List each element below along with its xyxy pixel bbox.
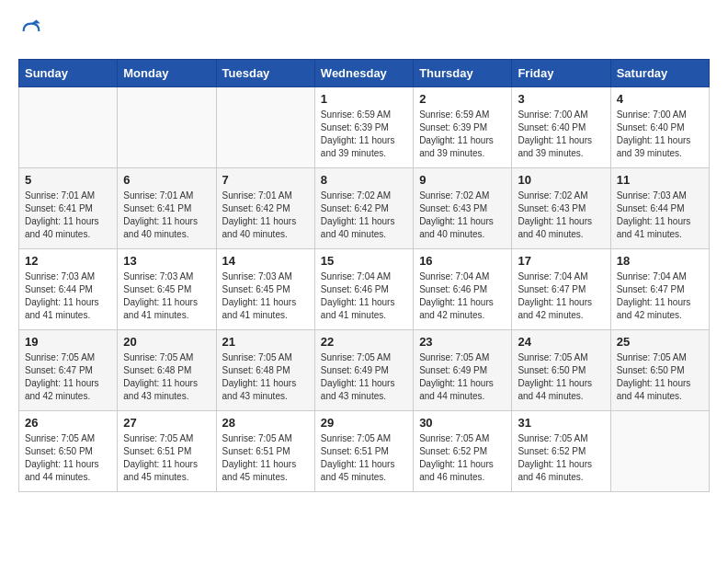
calendar-cell: 13Sunrise: 7:03 AM Sunset: 6:45 PM Dayli… (118, 249, 216, 330)
day-number: 5 (25, 173, 111, 187)
day-header-wednesday: Wednesday (314, 60, 413, 87)
day-info: Sunrise: 7:05 AM Sunset: 6:51 PM Dayligh… (123, 432, 210, 484)
calendar-cell (118, 87, 216, 168)
page-header (18, 18, 710, 44)
day-info: Sunrise: 7:03 AM Sunset: 6:44 PM Dayligh… (25, 270, 111, 322)
day-info: Sunrise: 7:03 AM Sunset: 6:45 PM Dayligh… (222, 270, 309, 322)
day-number: 24 (518, 335, 604, 349)
day-number: 17 (518, 254, 604, 268)
week-row-5: 26Sunrise: 7:05 AM Sunset: 6:50 PM Dayli… (19, 411, 710, 492)
calendar-cell: 5Sunrise: 7:01 AM Sunset: 6:41 PM Daylig… (19, 168, 118, 249)
day-number: 6 (123, 173, 210, 187)
day-number: 11 (617, 173, 703, 187)
day-info: Sunrise: 7:05 AM Sunset: 6:50 PM Dayligh… (518, 351, 604, 403)
day-header-friday: Friday (512, 60, 610, 87)
calendar-cell: 22Sunrise: 7:05 AM Sunset: 6:49 PM Dayli… (314, 330, 413, 411)
calendar-body: 1Sunrise: 6:59 AM Sunset: 6:39 PM Daylig… (19, 87, 710, 492)
day-number: 22 (321, 335, 407, 349)
day-number: 8 (321, 173, 407, 187)
calendar-cell: 31Sunrise: 7:05 AM Sunset: 6:52 PM Dayli… (512, 411, 610, 492)
day-number: 16 (419, 254, 506, 268)
calendar-cell: 21Sunrise: 7:05 AM Sunset: 6:48 PM Dayli… (216, 330, 314, 411)
day-number: 20 (123, 335, 210, 349)
calendar-table: SundayMondayTuesdayWednesdayThursdayFrid… (18, 59, 710, 492)
calendar-cell: 7Sunrise: 7:01 AM Sunset: 6:42 PM Daylig… (216, 168, 314, 249)
calendar-cell (19, 87, 118, 168)
calendar-cell: 4Sunrise: 7:00 AM Sunset: 6:40 PM Daylig… (610, 87, 709, 168)
calendar-cell: 20Sunrise: 7:05 AM Sunset: 6:48 PM Dayli… (118, 330, 216, 411)
day-info: Sunrise: 7:05 AM Sunset: 6:52 PM Dayligh… (419, 432, 506, 484)
day-info: Sunrise: 7:05 AM Sunset: 6:49 PM Dayligh… (321, 351, 407, 403)
calendar-cell: 11Sunrise: 7:03 AM Sunset: 6:44 PM Dayli… (610, 168, 709, 249)
logo (18, 18, 48, 44)
calendar-cell: 17Sunrise: 7:04 AM Sunset: 6:47 PM Dayli… (512, 249, 610, 330)
day-info: Sunrise: 6:59 AM Sunset: 6:39 PM Dayligh… (321, 109, 407, 160)
day-header-tuesday: Tuesday (216, 60, 314, 87)
calendar-cell: 9Sunrise: 7:02 AM Sunset: 6:43 PM Daylig… (414, 168, 512, 249)
day-number: 4 (617, 92, 703, 106)
calendar-cell: 12Sunrise: 7:03 AM Sunset: 6:44 PM Dayli… (19, 249, 118, 330)
day-number: 15 (321, 254, 407, 268)
day-number: 27 (123, 416, 210, 430)
day-info: Sunrise: 7:03 AM Sunset: 6:44 PM Dayligh… (617, 190, 703, 241)
day-number: 18 (617, 254, 703, 268)
day-number: 12 (25, 254, 111, 268)
calendar-cell: 14Sunrise: 7:03 AM Sunset: 6:45 PM Dayli… (216, 249, 314, 330)
calendar-cell: 28Sunrise: 7:05 AM Sunset: 6:51 PM Dayli… (216, 411, 314, 492)
day-info: Sunrise: 7:05 AM Sunset: 6:48 PM Dayligh… (222, 351, 309, 403)
day-number: 21 (222, 335, 309, 349)
day-info: Sunrise: 7:04 AM Sunset: 6:46 PM Dayligh… (321, 270, 407, 322)
calendar-cell: 26Sunrise: 7:05 AM Sunset: 6:50 PM Dayli… (19, 411, 118, 492)
week-row-2: 5Sunrise: 7:01 AM Sunset: 6:41 PM Daylig… (19, 168, 710, 249)
calendar-cell: 3Sunrise: 7:00 AM Sunset: 6:40 PM Daylig… (512, 87, 610, 168)
day-number: 14 (222, 254, 309, 268)
week-row-4: 19Sunrise: 7:05 AM Sunset: 6:47 PM Dayli… (19, 330, 710, 411)
day-number: 29 (321, 416, 407, 430)
day-number: 10 (518, 173, 604, 187)
day-header-saturday: Saturday (610, 60, 709, 87)
calendar-cell: 29Sunrise: 7:05 AM Sunset: 6:51 PM Dayli… (314, 411, 413, 492)
day-info: Sunrise: 7:05 AM Sunset: 6:47 PM Dayligh… (25, 351, 111, 403)
day-number: 13 (123, 254, 210, 268)
day-info: Sunrise: 7:05 AM Sunset: 6:49 PM Dayligh… (419, 351, 506, 403)
week-row-3: 12Sunrise: 7:03 AM Sunset: 6:44 PM Dayli… (19, 249, 710, 330)
day-info: Sunrise: 7:01 AM Sunset: 6:41 PM Dayligh… (25, 190, 111, 241)
day-info: Sunrise: 7:05 AM Sunset: 6:52 PM Dayligh… (518, 432, 604, 484)
calendar-cell: 6Sunrise: 7:01 AM Sunset: 6:41 PM Daylig… (118, 168, 216, 249)
calendar-cell: 19Sunrise: 7:05 AM Sunset: 6:47 PM Dayli… (19, 330, 118, 411)
calendar-cell: 8Sunrise: 7:02 AM Sunset: 6:42 PM Daylig… (314, 168, 413, 249)
calendar-cell (216, 87, 314, 168)
calendar-cell: 16Sunrise: 7:04 AM Sunset: 6:46 PM Dayli… (414, 249, 512, 330)
day-info: Sunrise: 7:04 AM Sunset: 6:47 PM Dayligh… (617, 270, 703, 322)
calendar-cell: 27Sunrise: 7:05 AM Sunset: 6:51 PM Dayli… (118, 411, 216, 492)
day-info: Sunrise: 7:02 AM Sunset: 6:43 PM Dayligh… (518, 190, 604, 241)
calendar-cell: 10Sunrise: 7:02 AM Sunset: 6:43 PM Dayli… (512, 168, 610, 249)
calendar-cell: 2Sunrise: 6:59 AM Sunset: 6:39 PM Daylig… (414, 87, 512, 168)
calendar-cell: 30Sunrise: 7:05 AM Sunset: 6:52 PM Dayli… (414, 411, 512, 492)
day-info: Sunrise: 6:59 AM Sunset: 6:39 PM Dayligh… (419, 109, 506, 160)
day-info: Sunrise: 7:04 AM Sunset: 6:47 PM Dayligh… (518, 270, 604, 322)
logo-icon (18, 18, 44, 44)
day-number: 23 (419, 335, 506, 349)
day-header-thursday: Thursday (414, 60, 512, 87)
day-header-monday: Monday (118, 60, 216, 87)
week-row-1: 1Sunrise: 6:59 AM Sunset: 6:39 PM Daylig… (19, 87, 710, 168)
day-info: Sunrise: 7:04 AM Sunset: 6:46 PM Dayligh… (419, 270, 506, 322)
day-info: Sunrise: 7:02 AM Sunset: 6:42 PM Dayligh… (321, 190, 407, 241)
day-number: 30 (419, 416, 506, 430)
day-info: Sunrise: 7:05 AM Sunset: 6:50 PM Dayligh… (617, 351, 703, 403)
day-header-sunday: Sunday (19, 60, 118, 87)
days-row: SundayMondayTuesdayWednesdayThursdayFrid… (19, 60, 710, 87)
day-number: 2 (419, 92, 506, 106)
day-info: Sunrise: 7:05 AM Sunset: 6:48 PM Dayligh… (123, 351, 210, 403)
calendar-cell: 1Sunrise: 6:59 AM Sunset: 6:39 PM Daylig… (314, 87, 413, 168)
day-info: Sunrise: 7:00 AM Sunset: 6:40 PM Dayligh… (617, 109, 703, 160)
calendar-cell (610, 411, 709, 492)
day-number: 28 (222, 416, 309, 430)
day-info: Sunrise: 7:03 AM Sunset: 6:45 PM Dayligh… (123, 270, 210, 322)
day-number: 26 (25, 416, 111, 430)
day-number: 9 (419, 173, 506, 187)
day-info: Sunrise: 7:05 AM Sunset: 6:50 PM Dayligh… (25, 432, 111, 484)
day-number: 3 (518, 92, 604, 106)
day-number: 31 (518, 416, 604, 430)
